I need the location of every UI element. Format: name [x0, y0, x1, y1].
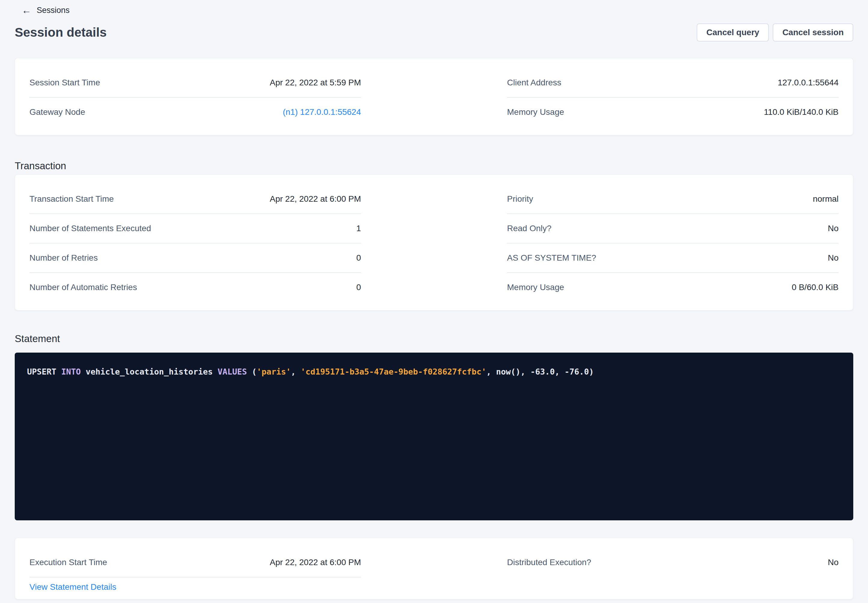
field-label: Distributed Execution? — [507, 557, 600, 569]
table-row: Transaction Start Time Apr 22, 2022 at 6… — [29, 185, 361, 214]
field-value: No — [828, 557, 839, 569]
field-label: AS OF SYSTEM TIME? — [507, 252, 605, 264]
transaction-summary-card: Transaction Start Time Apr 22, 2022 at 6… — [15, 174, 853, 311]
field-value: No — [828, 252, 839, 264]
transaction-section-heading: Transaction — [15, 160, 853, 172]
field-value: 1 — [356, 223, 361, 235]
session-summary-right-column: Client Address 127.0.0.1:55644 Memory Us… — [507, 68, 839, 127]
transaction-left-column: Transaction Start Time Apr 22, 2022 at 6… — [29, 185, 361, 302]
session-summary-card: Session Start Time Apr 22, 2022 at 5:59 … — [15, 58, 853, 135]
table-row: Session Start Time Apr 22, 2022 at 5:59 … — [29, 68, 361, 98]
field-value: Apr 22, 2022 at 6:00 PM — [270, 193, 361, 205]
field-label: Priority — [507, 193, 542, 205]
page-title: Session details — [15, 25, 107, 40]
field-value: 0 — [356, 252, 361, 264]
field-label: Memory Usage — [507, 281, 573, 294]
table-row: Number of Retries 0 — [29, 243, 361, 273]
execution-right-column: Distributed Execution? No — [507, 548, 839, 593]
sql-token: vehicle_location_histories — [81, 367, 218, 376]
field-label: Session Start Time — [29, 77, 109, 89]
field-label: Gateway Node — [29, 106, 94, 118]
field-label: Read Only? — [507, 223, 561, 235]
cancel-query-button[interactable]: Cancel query — [697, 23, 769, 42]
table-row: Client Address 127.0.0.1:55644 — [507, 68, 839, 98]
statement-sql-text: UPSERT INTO vehicle_location_histories V… — [27, 367, 594, 376]
table-row: View Statement Details — [29, 577, 361, 593]
breadcrumb[interactable]: ← Sessions — [15, 4, 70, 16]
field-value: 0 B/60.0 KiB — [792, 281, 839, 294]
field-label: Memory Usage — [507, 106, 573, 118]
table-row: Execution Start Time Apr 22, 2022 at 6:0… — [29, 548, 361, 577]
view-statement-details-link[interactable]: View Statement Details — [29, 581, 116, 593]
breadcrumb-label: Sessions — [37, 6, 70, 15]
table-row: Number of Statements Executed 1 — [29, 214, 361, 243]
sql-token: INTO — [61, 367, 81, 376]
table-row: Number of Automatic Retries 0 — [29, 273, 361, 302]
field-label: Execution Start Time — [29, 557, 116, 569]
field-value: Apr 22, 2022 at 5:59 PM — [270, 77, 361, 89]
transaction-right-column: Priority normal Read Only? No AS OF SYST… — [507, 185, 839, 302]
cancel-session-button[interactable]: Cancel session — [773, 23, 853, 42]
field-value: Apr 22, 2022 at 6:00 PM — [270, 557, 361, 569]
statement-sql-box: UPSERT INTO vehicle_location_histories V… — [15, 353, 853, 520]
session-details-page: ← Sessions Session details Cancel query … — [0, 0, 868, 599]
table-row: Read Only? No — [507, 214, 839, 243]
field-label: Number of Statements Executed — [29, 223, 160, 235]
header-actions: Cancel query Cancel session — [697, 23, 853, 42]
table-row: Gateway Node (n1) 127.0.0.1:55624 — [29, 98, 361, 127]
table-row: Priority normal — [507, 185, 839, 214]
sql-token: UPSERT — [27, 367, 61, 376]
gateway-node-link[interactable]: (n1) 127.0.0.1:55624 — [283, 106, 361, 118]
field-value: 110.0 KiB/140.0 KiB — [764, 106, 839, 118]
field-value: normal — [813, 193, 839, 205]
back-arrow-icon: ← — [22, 5, 31, 15]
sql-token: ( — [247, 367, 257, 376]
field-label: Transaction Start Time — [29, 193, 123, 205]
execution-left-column: Execution Start Time Apr 22, 2022 at 6:0… — [29, 548, 361, 593]
field-value: 127.0.0.1:55644 — [778, 77, 839, 89]
table-row: Memory Usage 110.0 KiB/140.0 KiB — [507, 98, 839, 127]
table-row: Distributed Execution? No — [507, 548, 839, 577]
sql-token: , now(), -63.0, -76.0) — [486, 367, 594, 376]
sql-token: 'paris' — [257, 367, 291, 376]
session-summary-left-column: Session Start Time Apr 22, 2022 at 5:59 … — [29, 68, 361, 127]
sql-token: 'cd195171-b3a5-47ae-9beb-f028627fcfbc' — [301, 367, 486, 376]
field-label: Client Address — [507, 77, 570, 89]
execution-summary-card: Execution Start Time Apr 22, 2022 at 6:0… — [15, 538, 853, 599]
page-header: Session details Cancel query Cancel sess… — [15, 23, 853, 42]
field-value: 0 — [356, 281, 361, 294]
sql-token: VALUES — [218, 367, 247, 376]
statement-section-heading: Statement — [15, 333, 853, 345]
field-label: Number of Automatic Retries — [29, 281, 146, 294]
table-row: Memory Usage 0 B/60.0 KiB — [507, 273, 839, 302]
field-value: No — [828, 223, 839, 235]
field-label: Number of Retries — [29, 252, 107, 264]
sql-token: , — [291, 367, 301, 376]
table-row: AS OF SYSTEM TIME? No — [507, 243, 839, 273]
